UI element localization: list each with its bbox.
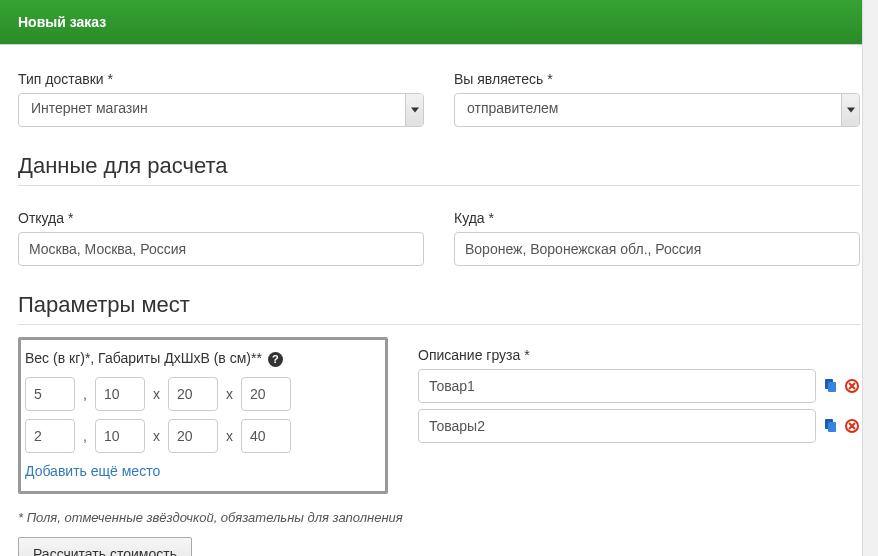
from-label: Откуда * [18, 210, 424, 226]
params-section-title: Параметры мест [18, 292, 860, 325]
to-label: Куда * [454, 210, 860, 226]
role-select[interactable]: отправителем [454, 93, 860, 127]
copy-icon[interactable] [822, 418, 838, 434]
scrollbar[interactable] [862, 0, 878, 556]
from-input[interactable] [18, 232, 424, 266]
cargo-input[interactable] [418, 369, 816, 403]
dimensions-box: Вес (в кг)*, Габариты ДхШхВ (в см)** ? ,… [18, 337, 388, 494]
calculate-button[interactable]: Рассчитать стоимость [18, 537, 192, 556]
x-sep: x [151, 386, 162, 402]
dim-row: , x x [25, 419, 373, 453]
weight-input[interactable] [25, 377, 75, 411]
cargo-label: Описание груза * [418, 347, 860, 363]
add-place-link[interactable]: Добавить ещё место [25, 463, 160, 479]
role-label: Вы являетесь * [454, 71, 860, 87]
role-value: отправителем [467, 100, 558, 116]
copy-icon[interactable] [822, 378, 838, 394]
delete-icon[interactable] [844, 418, 860, 434]
x-sep: x [224, 428, 235, 444]
required-footnote: * Поля, отмеченные звёздочкой, обязатель… [18, 510, 860, 525]
height-input[interactable] [241, 377, 291, 411]
cargo-row [418, 369, 860, 403]
cargo-row [418, 409, 860, 443]
weight-input[interactable] [25, 419, 75, 453]
to-input[interactable] [454, 232, 860, 266]
length-input[interactable] [95, 419, 145, 453]
comma-sep: , [81, 428, 89, 444]
panel-title: Новый заказ [18, 14, 106, 30]
dim-row: , x x [25, 377, 373, 411]
height-input[interactable] [241, 419, 291, 453]
help-icon[interactable]: ? [268, 352, 283, 367]
comma-sep: , [81, 386, 89, 402]
delivery-type-value: Интернет магазин [31, 100, 148, 116]
panel-header: Новый заказ [0, 0, 878, 45]
calc-section-title: Данные для расчета [18, 153, 860, 186]
length-input[interactable] [95, 377, 145, 411]
delivery-type-label: Тип доставки * [18, 71, 424, 87]
width-input[interactable] [168, 377, 218, 411]
svg-rect-3 [828, 382, 836, 392]
delete-icon[interactable] [844, 378, 860, 394]
svg-rect-8 [828, 422, 836, 432]
x-sep: x [224, 386, 235, 402]
width-input[interactable] [168, 419, 218, 453]
delivery-type-select[interactable]: Интернет магазин [18, 93, 424, 127]
x-sep: x [151, 428, 162, 444]
dims-label: Вес (в кг)*, Габариты ДхШхВ (в см)** ? [25, 350, 373, 367]
cargo-input[interactable] [418, 409, 816, 443]
